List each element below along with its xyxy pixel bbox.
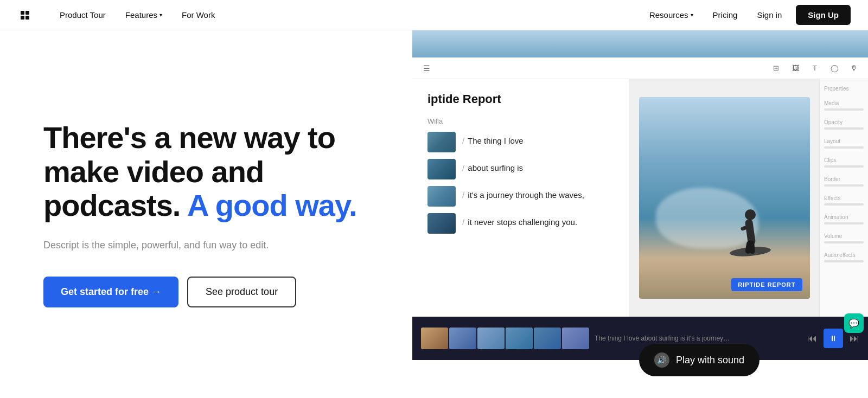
- svg-rect-0: [21, 11, 24, 15]
- chat-bubble-icon[interactable]: 💬: [844, 313, 864, 333]
- nav-features[interactable]: Features ▾: [116, 0, 172, 30]
- prop-label-border: Border: [824, 176, 864, 182]
- app-mockup: ☰ ⊞ 🖼 T ◯ 🎙 iptide Report Willa: [412, 30, 868, 398]
- signup-button[interactable]: Sign Up: [796, 5, 851, 25]
- hero-buttons: Get started for free → See product tour: [43, 277, 369, 307]
- pause-button[interactable]: ⏸: [824, 329, 843, 348]
- resources-chevron-icon: ▾: [691, 12, 693, 18]
- toolbar-right-icons: ⊞ 🖼 T ◯ 🎙: [770, 63, 859, 74]
- prop-audio-effects: Audio effects: [824, 252, 864, 262]
- wave-overlay: [412, 30, 868, 57]
- surfer-video-preview: RIPTIDE REPORT: [639, 97, 810, 299]
- nav-for-work[interactable]: For Work: [172, 0, 225, 30]
- timeline-thumb-6: [562, 328, 589, 349]
- navigation: Product Tour Features ▾ For Work Resourc…: [0, 0, 868, 30]
- timeline-thumb-2: [449, 328, 476, 349]
- menu-icon[interactable]: ☰: [421, 63, 432, 74]
- properties-sidebar: Properties Media Opacity Layout: [819, 79, 868, 317]
- transcript-panel: iptide Report Willa / The thing I love /…: [412, 79, 629, 317]
- prop-bar-border: [824, 184, 864, 187]
- get-started-button[interactable]: Get started for free →: [43, 277, 178, 307]
- prop-label-properties: Properties: [824, 86, 864, 92]
- transcript-item-1: / The thing I love: [427, 132, 614, 152]
- prop-bar-layout: [824, 146, 864, 149]
- video-panel: RIPTIDE REPORT: [629, 79, 819, 317]
- play-sound-label: Play with sound: [676, 355, 744, 366]
- transcript-speaker: Willa: [427, 117, 614, 125]
- prop-bar-opacity: [824, 127, 864, 130]
- prop-label-clip: Clips: [824, 157, 864, 163]
- prop-border: Border: [824, 176, 864, 187]
- prop-label-audio-effects: Audio effects: [824, 252, 864, 258]
- timeline-thumb-1: [421, 328, 448, 349]
- hero-headline: There's a new way to make video and podc…: [43, 121, 369, 223]
- prop-label-media: Media: [824, 100, 864, 106]
- prop-bar-audio-effects: [824, 260, 864, 262]
- prop-properties: Properties: [824, 86, 864, 92]
- prop-bar-volume: [824, 241, 864, 243]
- video-title-label: RIPTIDE REPORT: [731, 278, 802, 291]
- hero-section: There's a new way to make video and podc…: [0, 30, 412, 398]
- prop-layout: Layout: [824, 138, 864, 149]
- text-icon[interactable]: T: [809, 63, 820, 74]
- image-icon[interactable]: 🖼: [790, 63, 801, 74]
- transcript-item-4: / it never stops challenging you.: [427, 213, 614, 234]
- surfer-svg: [729, 187, 772, 262]
- hero-subtext: Descript is the simple, powerful, and fu…: [43, 238, 369, 253]
- prop-label-layout: Layout: [824, 138, 864, 144]
- app-preview: ☰ ⊞ 🖼 T ◯ 🎙 iptide Report Willa: [412, 30, 868, 398]
- timeline-thumb-3: [477, 328, 505, 349]
- prop-label-volume: Volume: [824, 233, 864, 239]
- transcript-item-2: / about surfing is: [427, 159, 614, 179]
- app-toolbar: ☰ ⊞ 🖼 T ◯ 🎙: [412, 57, 868, 79]
- prop-bar-media: [824, 108, 864, 111]
- timeline-thumb-5: [534, 328, 561, 349]
- transcript-thumb-2: [427, 159, 456, 179]
- prop-animation: Animation: [824, 214, 864, 224]
- prop-bar-animation: [824, 222, 864, 224]
- grid-icon[interactable]: ⊞: [770, 63, 781, 74]
- prop-volume: Volume: [824, 233, 864, 243]
- nav-pricing[interactable]: Pricing: [703, 0, 748, 30]
- prop-media: Media: [824, 100, 864, 111]
- transcript-item-3: / it's a journey through the waves,: [427, 186, 614, 207]
- nav-product-tour[interactable]: Product Tour: [50, 0, 116, 30]
- transcript-thumb-1: [427, 132, 456, 152]
- play-with-sound-button[interactable]: 🔊 Play with sound: [639, 344, 760, 376]
- timeline-caption: The thing I love about surfing is it's a…: [595, 335, 730, 342]
- nav-left-links: Product Tour Features ▾ For Work: [50, 0, 225, 30]
- transcript-text-1: / The thing I love: [462, 132, 524, 147]
- skip-forward-icon[interactable]: ⏭: [850, 333, 859, 344]
- svg-point-6: [745, 209, 756, 220]
- nav-sign-in[interactable]: Sign in: [747, 0, 792, 30]
- top-wave-image: [412, 30, 868, 57]
- timeline-thumb-4: [506, 328, 533, 349]
- svg-rect-3: [25, 16, 29, 20]
- transcript-thumb-4: [427, 213, 456, 234]
- nav-right-links: Resources ▾ Pricing Sign in Sign Up: [640, 0, 851, 30]
- surfer-background: [639, 97, 810, 299]
- app-body: iptide Report Willa / The thing I love /…: [412, 79, 868, 317]
- transcript-text-2: / about surfing is: [462, 159, 523, 175]
- mic-icon[interactable]: 🎙: [848, 63, 859, 74]
- nav-resources[interactable]: Resources ▾: [640, 0, 703, 30]
- sound-icon: 🔊: [654, 352, 669, 368]
- timeline-track: [421, 325, 589, 351]
- prop-label-animation: Animation: [824, 214, 864, 220]
- features-chevron-icon: ▾: [159, 12, 162, 18]
- transcript-text-4: / it never stops challenging you.: [462, 213, 577, 229]
- prop-clip: Clips: [824, 157, 864, 168]
- skip-back-icon[interactable]: ⏮: [807, 333, 817, 344]
- prop-bar-clip: [824, 165, 864, 168]
- svg-rect-1: [25, 11, 29, 15]
- logo[interactable]: [17, 5, 37, 25]
- circle-icon[interactable]: ◯: [829, 63, 840, 74]
- prop-bar-effects: [824, 203, 864, 206]
- see-product-tour-button[interactable]: See product tour: [187, 277, 296, 307]
- prop-label-opacity: Opacity: [824, 119, 864, 125]
- transcript-text-3: / it's a journey through the waves,: [462, 186, 584, 202]
- prop-opacity: Opacity: [824, 119, 864, 130]
- transcript-thumb-3: [427, 186, 456, 207]
- prop-label-effects: Effects: [824, 195, 864, 201]
- svg-rect-2: [21, 16, 24, 20]
